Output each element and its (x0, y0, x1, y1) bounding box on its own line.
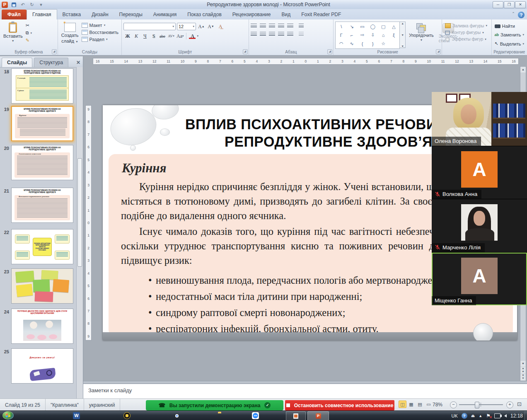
italic-button[interactable]: К (132, 33, 140, 39)
taskbar-powerpoint-button-active[interactable]: P (307, 411, 329, 420)
font-color-button[interactable]: А (188, 33, 196, 39)
slide-24-thumbnail[interactable]: ПОТРІБНО ДБАТИ ПРО СВОЄ ЗДОРОВ’Я, ЩОБ СТ… (11, 309, 73, 344)
shape-glyph[interactable]: ∿ (350, 41, 354, 46)
font-size-combobox[interactable]: 12▾ (177, 23, 196, 30)
clear-formatting-button[interactable]: A͟ (216, 23, 225, 30)
format-painter-button[interactable]: ✎ (24, 37, 33, 43)
taskbar-aimp-icon[interactable] (123, 412, 131, 419)
thumbnail-row-18[interactable]: 18 ВПЛИВ ПСИХОАКТИВНИХ РЕЧОВИН НА РЕПРОД… (0, 68, 73, 104)
slide-21-thumbnail[interactable]: ВПЛИВ ПСИХОАКТИВНИХ РЕЧОВИН НА РЕПРОДУКТ… (11, 188, 73, 223)
slide-18-thumbnail[interactable]: ВПЛИВ ПСИХОАКТИВНИХ РЕЧОВИН НА РЕПРОДУКТ… (11, 68, 73, 104)
tab-view[interactable]: Вид (276, 10, 296, 19)
font-dialog-launcher[interactable]: ◢ (243, 49, 248, 54)
slide-sorter-view-button[interactable]: ▦ (407, 401, 415, 408)
tray-show-hidden-icons[interactable]: ▲ (479, 414, 482, 418)
paste-button[interactable]: Вставить ▼ (2, 21, 24, 43)
redo-button[interactable]: ↻ (29, 2, 35, 8)
stop-share-button[interactable]: Остановить совместное использование (285, 400, 394, 410)
participant-video-olena[interactable]: Олена Воронова (432, 92, 527, 146)
new-slide-button[interactable]: Создать слайд ▼ (60, 21, 80, 44)
change-case-button[interactable]: Aa▾ (176, 33, 185, 39)
paragraph-dialog-launcher[interactable]: ◢ (327, 49, 332, 54)
slideshow-view-button[interactable]: ▭ (425, 401, 433, 408)
shrink-font-button[interactable]: A▼ (207, 23, 215, 30)
minimize-ribbon-icon[interactable]: ⌃ (510, 12, 517, 18)
tab-home[interactable]: Главная (27, 9, 57, 19)
volume-icon[interactable] (504, 414, 507, 418)
thumbnail-row-19[interactable]: 19 ВПЛИВ ПСИХОАКТИВНИХ РЕЧОВИН НА РЕПРОД… (0, 106, 73, 141)
keyboard-language-indicator[interactable]: UK (452, 413, 458, 418)
convert-smartart-button[interactable] (299, 32, 304, 36)
vertical-ruler[interactable]: 9876543210123456789 (85, 105, 92, 340)
text-shadow-button[interactable]: S (150, 33, 158, 39)
panel-scrollbar[interactable] (76, 67, 83, 398)
layout-button[interactable]: Макет▾ (80, 22, 120, 28)
slide-20-thumbnail[interactable]: ВПЛИВ ПСИХОАКТИВНИХ РЕЧОВИН НА РЕПРОДУКТ… (11, 145, 73, 180)
decrease-indent-button[interactable] (269, 24, 275, 28)
replace-button[interactable]: abЗаменить▾ (493, 31, 525, 39)
shape-glyph[interactable]: ξ (393, 33, 395, 38)
shape-glyph[interactable]: } (372, 41, 374, 46)
align-right-button[interactable] (269, 32, 275, 36)
clock[interactable]: 12:18 (510, 413, 523, 419)
justify-button[interactable] (278, 32, 284, 36)
bullets-button[interactable] (251, 24, 257, 28)
scroll-down-icon[interactable]: ▼ (520, 361, 526, 367)
participant-tile-volkova[interactable]: A Волкова Анна (432, 146, 527, 199)
shape-glyph[interactable]: ☆ (381, 41, 385, 46)
thumbnail-row-22[interactable]: 22 РИЗИКИ ДЛЯ ДИТИНИ ЧЕРЕЗ ВЖИВАННЯ МАТІ… (0, 229, 73, 264)
increase-indent-button[interactable] (278, 24, 284, 28)
tray-eject-icon[interactable]: ⏏ (471, 413, 475, 418)
minimize-button[interactable]: ─ (493, 1, 503, 8)
font-color-caret[interactable]: ▾ (197, 34, 198, 38)
strikethrough-button[interactable]: abe (158, 33, 167, 39)
numbering-button[interactable] (260, 24, 266, 28)
zoom-in-button[interactable]: + (506, 401, 513, 408)
action-center-flag-icon[interactable]: ⚑ (486, 413, 491, 419)
shape-glyph[interactable]: △ (392, 24, 395, 29)
network-icon[interactable] (494, 413, 500, 418)
thumbnail-row-20[interactable]: 20 ВПЛИВ ПСИХОАКТИВНИХ РЕЧОВИН НА РЕПРОД… (0, 145, 73, 180)
panel-close-icon[interactable]: ✕ (76, 60, 80, 65)
taskbar-zoom-icon[interactable]: zm (252, 412, 259, 419)
next-slide-button[interactable]: ▼▼ (520, 374, 526, 381)
horizontal-ruler[interactable]: 1615141312111098765432101234567891011121… (93, 58, 519, 65)
shape-effects-button[interactable]: Эффекты фигур▾ (444, 36, 489, 42)
text-direction-button[interactable] (299, 24, 304, 28)
undo-button[interactable]: ↶ (19, 2, 26, 8)
shape-glyph[interactable]: \ (341, 24, 342, 29)
shape-outline-button[interactable]: Контур фигуры▾ (444, 30, 489, 35)
slide-22-thumbnail[interactable]: РИЗИКИ ДЛЯ ДИТИНИ ЧЕРЕЗ ВЖИВАННЯ МАТІР’Ю… (11, 229, 73, 264)
copy-button[interactable]: ⧉▾ (24, 30, 33, 36)
zoom-out-button[interactable]: − (450, 401, 457, 408)
tab-file[interactable]: Файл (2, 10, 27, 19)
slide-25-thumbnail[interactable]: Дякуємо за увагу! (11, 348, 73, 384)
thumbnail-row-24[interactable]: 24 ПОТРІБНО ДБАТИ ПРО СВОЄ ЗДОРОВ’Я, ЩОБ… (0, 309, 73, 344)
tab-transitions[interactable]: Переходы (114, 10, 148, 19)
underline-button[interactable]: Ч (141, 33, 149, 39)
scroll-up-icon[interactable]: ▲ (520, 67, 526, 72)
align-center-button[interactable] (260, 32, 266, 36)
tab-design[interactable]: Дизайн (86, 10, 114, 19)
customize-qat-button[interactable]: ▾ (38, 2, 44, 8)
align-left-button[interactable] (251, 32, 257, 36)
status-language[interactable]: украинский (84, 399, 121, 411)
taskbar-presentation-button[interactable] (286, 411, 306, 420)
reading-view-button[interactable]: ▤ (416, 401, 424, 408)
shape-fill-button[interactable]: Заливка фигуры▾ (444, 23, 489, 29)
shape-glyph[interactable]: ▭ (360, 24, 364, 29)
show-desktop-button[interactable] (524, 411, 527, 420)
zoom-slider-thumb[interactable] (475, 402, 479, 408)
start-button[interactable] (2, 411, 14, 420)
tray-help-icon[interactable]: ? (462, 413, 467, 419)
normal-view-button[interactable]: ◫ (399, 401, 406, 408)
shape-glyph[interactable]: ↘ (350, 24, 354, 29)
fit-to-window-button[interactable]: ⊡ (517, 401, 522, 407)
font-name-combobox[interactable]: ▾ (123, 23, 176, 30)
cut-button[interactable]: ✂ (24, 22, 33, 29)
tab-insert[interactable]: Вставка (57, 10, 87, 19)
shapes-gallery[interactable]: \↘▭◯▢△Γ⌐⇨⇩⌂ξ◠∿{}☆ (335, 22, 400, 49)
shape-glyph[interactable]: ◠ (339, 41, 343, 46)
shapes-gallery-scroll[interactable]: ▲▼▼̱ (400, 22, 406, 48)
taskbar-word-icon[interactable]: W (73, 412, 80, 419)
